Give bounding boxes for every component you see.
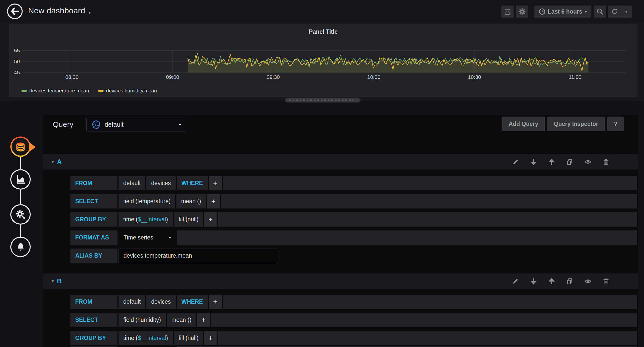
panel-resize-handle[interactable] [285,98,360,102]
query-a-actions [512,158,638,166]
groupby-time-suffix: ) [166,335,168,341]
add-where-button[interactable]: + [209,176,222,190]
rail-connector [20,224,21,237]
format-as-caret-icon: ▾ [169,235,171,240]
query-a-select-row: SELECT field (temperature) mean () + [70,194,637,209]
dashboard-settings-button[interactable] [516,6,528,18]
from-policy[interactable]: default [118,176,145,190]
format-as-dropdown[interactable] [118,346,176,347]
format-as-dropdown[interactable]: Time series ▾ [118,230,176,245]
delete-query-button[interactable] [602,277,610,285]
query-a-groupby-row: GROUP BY time ($__interval) fill (null) … [70,212,637,227]
legend-item-temperature[interactable]: devices.temperature.mean [21,88,89,94]
edit-query-button[interactable] [512,158,519,166]
tab-general[interactable] [10,204,31,225]
back-button[interactable] [7,4,23,19]
time-range-picker[interactable]: Last 6 hours ▾ [534,6,591,18]
resize-handle-dots [289,99,356,101]
row-filler [223,295,637,309]
query-heading: Query [53,120,73,129]
chart-legend: devices.temperature.mean devices.humidit… [21,88,157,94]
graph-panel: Panel Title 45505508:3009:0009:3010:0010… [9,24,637,97]
duplicate-query-button[interactable] [566,277,574,285]
gear-icon [518,8,526,15]
add-groupby-button[interactable]: + [204,212,217,227]
query-a-collapse-caret-icon[interactable]: ▾ [52,159,54,165]
from-policy[interactable]: default [118,295,145,309]
row-filler [211,313,637,327]
from-measurement[interactable]: devices [146,176,176,190]
svg-text:09:00: 09:00 [166,74,179,80]
svg-text:10:00: 10:00 [367,74,381,80]
navbar: New dashboard ▾ [0,0,644,23]
query-b-groupby-row: GROUP BY time ($__interval) fill (null) … [70,331,637,345]
dashboard-title[interactable]: New dashboard [28,6,85,15]
move-query-up-button[interactable] [548,277,555,285]
where-keyword[interactable]: WHERE [177,295,208,309]
select-field[interactable]: field (temperature) [118,194,175,209]
datasource-selected: default [105,121,175,128]
datasource-caret-icon: ▾ [179,122,181,127]
select-aggregation[interactable]: mean () [176,194,206,209]
select-aggregation[interactable]: mean () [167,313,196,327]
duplicate-query-button[interactable] [566,158,574,166]
gear-wrench-icon [15,209,26,220]
rail-connector [20,189,21,205]
chart-icon [15,174,26,185]
datasource-picker[interactable]: default ▾ [86,118,186,131]
add-query-button[interactable]: Add Query [502,117,545,131]
influxdb-cube-icon [92,120,101,129]
alias-by-input[interactable] [118,249,278,263]
groupby-time-prefix: time ( [123,216,138,223]
toggle-query-visibility-button[interactable] [584,277,592,285]
move-query-down-button[interactable] [530,158,537,166]
row-filler [221,194,637,209]
where-keyword[interactable]: WHERE [177,176,208,190]
tab-queries[interactable] [10,136,31,157]
add-groupby-button[interactable]: + [204,331,217,345]
refresh-button[interactable] [608,6,621,18]
edit-query-button[interactable] [512,277,519,285]
legend-item-humidity[interactable]: devices.humidity.mean [98,88,157,94]
groupby-label: GROUP BY [70,212,117,227]
time-series-chart[interactable]: 45505508:3009:0009:3010:0010:3011:0011:3… [9,24,637,85]
query-editor-header: Query default ▾ Add Query Query Inspecto… [43,115,638,134]
groupby-time[interactable]: time ($__interval) [118,331,173,345]
query-a-header[interactable]: ▾ A [43,154,638,169]
groupby-fill[interactable]: fill (null) [174,212,203,227]
row-filler [218,212,637,227]
add-select-button[interactable]: + [207,194,220,209]
legend-label-humidity: devices.humidity.mean [106,88,157,94]
tab-visualization[interactable] [10,169,31,190]
query-b-collapse-caret-icon[interactable]: ▾ [52,278,54,284]
move-query-up-button[interactable] [548,158,555,166]
delete-query-button[interactable] [602,158,610,166]
dashboard-title-caret-icon[interactable]: ▾ [89,10,91,15]
toggle-query-visibility-button[interactable] [584,158,592,166]
arrow-left-icon [11,8,19,15]
select-field[interactable]: field (humidity) [118,313,166,327]
move-query-down-button[interactable] [530,277,537,285]
query-a-from-row: FROM default devices WHERE + [70,176,637,190]
tab-alert[interactable] [10,237,31,257]
format-as-value: Time series [124,234,153,241]
query-actions: Add Query Query Inspector ? [502,117,624,131]
from-label: FROM [70,176,117,190]
from-measurement[interactable]: devices [146,295,176,309]
groupby-fill[interactable]: fill (null) [174,331,203,345]
save-dashboard-button[interactable] [501,6,514,18]
active-tab-arrow [29,142,36,152]
add-where-button[interactable]: + [209,295,222,309]
bell-icon [15,241,26,253]
groupby-interval-variable: $__interval [138,216,166,223]
legend-swatch-humidity [98,90,104,92]
refresh-interval-dropdown[interactable]: ▾ [621,6,632,18]
query-inspector-button[interactable]: Query Inspector [547,117,605,131]
groupby-time[interactable]: time ($__interval) [118,212,173,227]
help-button[interactable]: ? [607,117,624,131]
add-select-button[interactable]: + [197,313,210,327]
query-b-header[interactable]: ▾ B [43,273,638,289]
format-as-label: FORMAT AS [70,230,117,245]
groupby-time-prefix: time ( [123,335,138,341]
zoom-out-time-button[interactable] [594,6,606,18]
